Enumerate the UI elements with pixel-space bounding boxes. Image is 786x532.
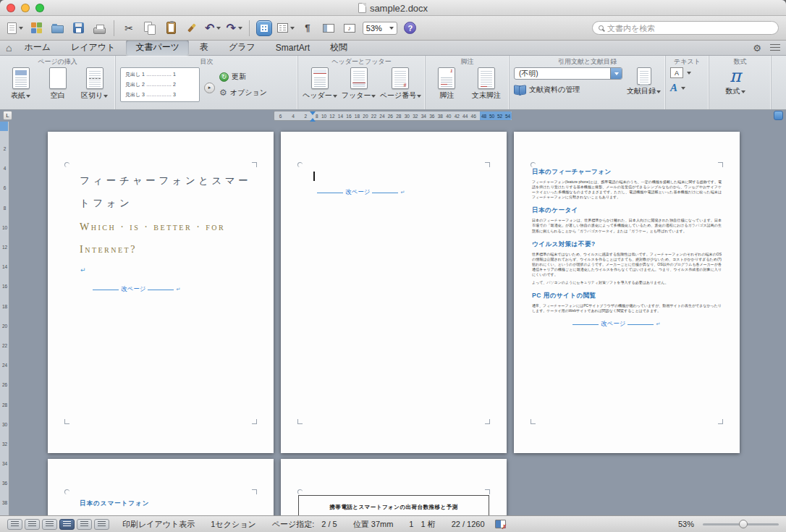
columns-view-button[interactable] (277, 18, 295, 38)
page-3[interactable]: 日本のフィーチャーフォン フィーチャーフォン(feature phone)とは、… (514, 132, 740, 453)
fullscreen-button[interactable] (35, 4, 44, 12)
tab-stop-selector[interactable]: L (3, 111, 12, 120)
word-count[interactable]: 22 / 1260 (452, 520, 485, 528)
paste-button[interactable] (163, 18, 179, 38)
undo-button[interactable]: ↶ (205, 18, 221, 38)
toc-style-preview[interactable]: 見出し 1 …………… 1 見出し 2 …………… 2 見出し 3 …………… … (120, 67, 200, 102)
media-browser-button[interactable]: ♪ (342, 18, 358, 38)
tab-table[interactable]: 表 (190, 40, 218, 56)
toc-gallery-expand-button[interactable]: ▸ (204, 83, 215, 93)
page-indicator-value[interactable]: 2 / 5 (321, 520, 337, 528)
format-painter-button[interactable] (184, 18, 200, 38)
ruler-number: 22 (371, 114, 376, 119)
group-text: テキスト A A (666, 56, 709, 109)
header-button[interactable]: ヘッダー (303, 67, 337, 101)
ruler-number: 34 (421, 114, 426, 119)
column-indicator: 1 桁 (421, 519, 435, 530)
heading[interactable]: 日本のスマートフォン (80, 499, 149, 508)
body-paragraph[interactable]: よって、パソコンのようにセキュリティ対策ソフトを導入する必要はありません。 (532, 280, 722, 285)
print-button[interactable] (91, 18, 107, 38)
ruler-toggle-button[interactable] (774, 111, 783, 120)
close-button[interactable] (7, 4, 15, 12)
page-3-content[interactable]: 日本のフィーチャーフォン フィーチャーフォン(feature phone)とは、… (532, 168, 722, 329)
tab-chart[interactable]: グラフ (219, 40, 265, 56)
horizontal-ruler[interactable]: 642 810121416182022242628303234363840424… (274, 111, 512, 121)
text-box-button[interactable]: A (670, 67, 691, 78)
spelling-status-icon[interactable] (495, 520, 506, 528)
titlebar: sample2.docx (0, 0, 786, 16)
manage-sources-button[interactable]: 文献資料の管理 (514, 85, 622, 95)
sidebar-button[interactable] (321, 18, 337, 38)
new-document-button[interactable] (7, 18, 23, 38)
search-field[interactable] (592, 21, 779, 35)
crop-mark (252, 419, 257, 424)
redo-icon: ↷ (226, 22, 235, 34)
bibliography-button[interactable]: 文献目録 (627, 67, 661, 96)
heading[interactable]: ウイルス対策は不要? (532, 240, 722, 249)
toc-update-button[interactable]: ↻ 更新 (219, 72, 267, 82)
tab-document-parts[interactable]: 文書パーツ (126, 40, 189, 56)
body-paragraph[interactable]: 通常、フィーチャーフォンにはPCサイトブラウザの機能が備わっていますが、動画サイ… (532, 303, 722, 313)
chart-frame[interactable]: 携帯電話とスマートフォンの出荷台数推移と予測 (298, 495, 489, 515)
open-button[interactable] (49, 18, 65, 38)
page-4[interactable]: 日本のスマートフォン (48, 459, 274, 515)
citation-style-select[interactable]: (不明) (514, 67, 622, 80)
toc-options-button[interactable]: ⚙ オプション (219, 88, 267, 98)
view-draft-button[interactable] (7, 519, 22, 530)
line-indicator: 1 (409, 520, 413, 528)
indent-marker[interactable] (310, 111, 316, 122)
redo-button[interactable]: ↷ (226, 18, 242, 38)
help-button[interactable]: ? (402, 18, 418, 38)
cut-button[interactable]: ✂ (121, 18, 137, 38)
minimize-button[interactable] (21, 4, 30, 12)
ribbon-collapse-icon[interactable] (770, 44, 780, 51)
save-button[interactable] (70, 18, 86, 38)
gallery-button[interactable] (28, 18, 44, 38)
page-2[interactable]: 改ページ↵ (281, 132, 507, 453)
view-notebook-button[interactable] (77, 519, 92, 530)
body-paragraph[interactable]: 日本のフィーチャーフォンは、世界標準からかけ離れた、日本人向けに開発された独自仕… (532, 218, 722, 233)
pilcrow-icon: ¶ (305, 22, 310, 33)
toolbox-toggle-button[interactable] (256, 18, 272, 38)
show-nonprinting-button[interactable]: ¶ (300, 18, 316, 38)
page-number-button[interactable]: # ページ番号 (380, 67, 421, 101)
view-focus-button[interactable] (94, 519, 109, 530)
body-paragraph[interactable]: フィーチャーフォン(feature phone)とは、携帯電話の端末のうち、一定… (532, 180, 722, 200)
wordart-button[interactable]: A (670, 83, 685, 93)
document-canvas[interactable]: L 642 8101214161820222426283032343638404… (0, 110, 786, 515)
tab-layout[interactable]: レイアウト (62, 40, 124, 56)
document-title[interactable]: フィーチャーフォンとスマー トフォン (80, 169, 257, 214)
heading[interactable]: 日本のフィーチャーフォン (532, 168, 722, 177)
view-publishing-button[interactable] (42, 519, 57, 530)
page-break-button[interactable]: 区切り (78, 67, 111, 101)
view-print-layout-button[interactable] (59, 519, 75, 530)
columns-icon (277, 23, 288, 33)
blank-page-button[interactable]: 空白 (41, 67, 74, 101)
tab-smartart[interactable]: SmartArt (266, 41, 319, 55)
zoom-slider[interactable] (703, 523, 779, 525)
ruler-number: 30 (405, 114, 410, 119)
cover-page-button[interactable]: 表紙 (4, 67, 37, 101)
equation-button[interactable]: π 数式 (714, 67, 757, 96)
body-paragraph[interactable]: 世界標準の端末ではないため、ウイルスに感染する危険性は低いです。フィーチャーフォ… (532, 252, 722, 277)
zoom-slider-knob[interactable] (739, 520, 748, 528)
copy-icon (144, 22, 156, 35)
page-1[interactable]: フィーチャーフォンとスマー トフォン Which · is · better ·… (48, 132, 274, 453)
endnote-button[interactable]: 文末脚注 (468, 67, 504, 101)
tab-home[interactable]: ホーム (14, 40, 60, 56)
copy-button[interactable] (142, 18, 158, 38)
h-ruler-left-numbers: 642 (274, 111, 312, 120)
zoom-select[interactable]: 53% (363, 22, 397, 35)
blank-page-icon (49, 67, 67, 89)
section-indicator: 1セクション (211, 519, 255, 530)
heading[interactable]: PC 用のサイトの閲覧 (532, 292, 722, 300)
gear-icon[interactable]: ⚙ (753, 43, 761, 53)
document-subtitle[interactable]: Which · is · better · for Internet? (80, 216, 257, 261)
heading[interactable]: 日本のケータイ (532, 206, 722, 215)
footer-button[interactable]: フッター (342, 67, 376, 101)
footnote-button[interactable]: 1 脚注 (430, 67, 464, 101)
tab-review[interactable]: 校閲 (321, 40, 357, 56)
view-outline-button[interactable] (25, 519, 40, 530)
search-input[interactable] (607, 24, 772, 33)
page-5[interactable]: 携帯電話とスマートフォンの出荷台数推移と予測 (281, 459, 507, 515)
